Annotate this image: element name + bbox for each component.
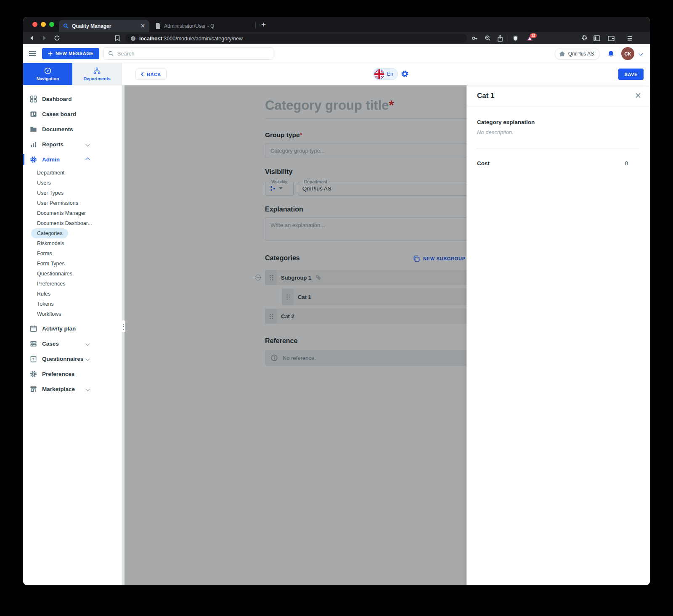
brave-shield-icon[interactable] — [510, 32, 520, 44]
sidebar-item-cases-board[interactable]: Cases board — [23, 106, 122, 122]
calendar-icon — [30, 325, 37, 332]
extension-triangle-icon[interactable]: 12 — [525, 32, 535, 44]
submenu-item-user-permissions[interactable]: User Permissions — [31, 198, 84, 208]
cases-icon — [30, 340, 37, 347]
questionnaire-icon: ? — [30, 355, 37, 362]
cost-label: Cost — [477, 160, 490, 167]
browser-window: Quality Manager ✕ Administrator/User - Q… — [23, 17, 650, 585]
chevron-down-icon — [86, 341, 90, 346]
wallet-icon[interactable] — [606, 32, 616, 44]
sidebar-item-marketplace[interactable]: Marketplace — [23, 381, 122, 397]
site-info-icon[interactable] — [130, 36, 136, 41]
user-avatar[interactable]: CK — [621, 47, 634, 60]
share-icon[interactable] — [495, 32, 505, 44]
global-search[interactable] — [103, 47, 273, 60]
new-tab-button[interactable]: + — [261, 20, 266, 29]
url-host: localhost — [139, 36, 162, 42]
category-description: No description. — [477, 129, 640, 135]
sidebar-item-dashboard[interactable]: Dashboard — [23, 91, 122, 106]
folder-icon — [30, 126, 37, 133]
submenu-item-workflows[interactable]: Workflows — [31, 309, 67, 319]
sidebar-item-documents[interactable]: Documents — [23, 122, 122, 137]
browser-toolbar: localhost:3000/module/admin/category/new… — [23, 32, 650, 44]
new-message-button[interactable]: NEW MESSAGE — [42, 48, 99, 59]
app-header: NEW MESSAGE QmPlus AS CK — [23, 44, 650, 63]
svg-text:?: ? — [32, 357, 34, 361]
category-explanation-label: Category explanation — [477, 119, 640, 125]
password-key-icon[interactable] — [470, 32, 480, 44]
submenu-item-categories[interactable]: Categories — [31, 228, 68, 238]
submenu-item-rules[interactable]: Rules — [31, 289, 56, 299]
browser-menu-icon[interactable] — [625, 32, 635, 44]
sidebar-item-activity-plan[interactable]: Activity plan — [23, 321, 122, 336]
sidebar-panel-icon[interactable] — [592, 32, 602, 44]
home-icon — [559, 51, 565, 57]
sidebar-item-admin[interactable]: Admin — [23, 152, 122, 167]
sidebar-item-reports[interactable]: Reports — [23, 137, 122, 152]
forward-nav-icon[interactable] — [39, 32, 49, 44]
uk-flag-icon — [374, 69, 384, 79]
submenu-item-department[interactable]: Department — [31, 168, 70, 178]
tab-title: Administrator/User - Q — [164, 23, 214, 29]
cost-value: 0 — [625, 160, 628, 167]
browser-tabstrip: Quality Manager ✕ Administrator/User - Q… — [23, 17, 650, 32]
back-button[interactable]: BACK — [135, 69, 167, 80]
main-content-area: Category group title* Group type* Visibi… — [122, 85, 650, 585]
storefront-icon — [30, 386, 37, 393]
settings-gear-icon[interactable] — [401, 70, 409, 79]
document-favicon — [156, 23, 161, 29]
sidebar-tab-navigation[interactable]: Navigation — [23, 63, 72, 85]
chevron-up-icon — [86, 157, 90, 161]
sidebar-item-questionnaires[interactable]: ? Questionnaires — [23, 351, 122, 366]
close-tab-icon[interactable]: ✕ — [140, 23, 145, 29]
notifications-bell-icon[interactable] — [607, 50, 615, 58]
compass-icon — [44, 67, 51, 74]
submenu-item-preferences[interactable]: Preferences — [31, 279, 71, 289]
extensions-puzzle-icon[interactable] — [579, 32, 589, 44]
language-code: En — [387, 71, 393, 77]
maximize-window-button[interactable] — [49, 22, 54, 27]
sidebar-item-cases[interactable]: Cases — [23, 336, 122, 351]
close-panel-icon[interactable] — [635, 92, 641, 99]
reload-icon[interactable] — [52, 32, 62, 44]
minimize-window-button[interactable] — [41, 22, 46, 27]
submenu-item-riskmodels[interactable]: Riskmodels — [31, 238, 70, 249]
tab-separator — [255, 22, 256, 29]
panel-divider — [477, 148, 640, 148]
bar-chart-icon — [30, 141, 37, 148]
app-menu-icon[interactable] — [29, 51, 36, 56]
language-selector[interactable]: En — [373, 68, 398, 80]
sidebar-tab-departments[interactable]: Departments — [72, 63, 122, 85]
back-nav-icon[interactable] — [26, 32, 37, 44]
tab-administrator-user[interactable]: Administrator/User - Q — [151, 20, 254, 32]
chevron-down-icon — [86, 387, 90, 391]
submenu-item-form-types[interactable]: Form Types — [31, 259, 71, 269]
org-chart-icon — [93, 67, 101, 74]
submenu-item-forms[interactable]: Forms — [31, 249, 58, 259]
user-menu-chevron-icon[interactable] — [639, 52, 643, 56]
submenu-item-documents-dashboard[interactable]: Documents Dashboar... — [31, 218, 98, 228]
url-bar[interactable]: localhost:3000/module/admin/category/new — [125, 34, 467, 43]
sidebar-item-preferences[interactable]: Preferences — [23, 366, 122, 381]
close-window-button[interactable] — [32, 22, 37, 27]
tab-quality-manager[interactable]: Quality Manager ✕ — [59, 20, 149, 32]
sidebar-resize-rail — [122, 85, 125, 585]
zoom-out-icon[interactable] — [482, 32, 493, 44]
organization-chip[interactable]: QmPlus AS — [555, 48, 600, 60]
admin-submenu: Department Users User Types User Permiss… — [23, 167, 122, 321]
submenu-item-tokens[interactable]: Tokens — [31, 299, 60, 309]
resize-handle[interactable] — [122, 320, 125, 332]
category-detail-panel: Cat 1 Category explanation No descriptio… — [466, 85, 650, 585]
toolbar-separator — [508, 35, 508, 41]
secondary-bar: Navigation Departments BACK — [23, 63, 650, 85]
search-input[interactable] — [117, 50, 269, 57]
save-button[interactable]: SAVE — [618, 69, 644, 80]
submenu-item-questionnaires[interactable]: Questionnaires — [31, 269, 78, 279]
submenu-item-user-types[interactable]: User Types — [31, 188, 69, 198]
submenu-item-users[interactable]: Users — [31, 178, 57, 188]
submenu-item-documents-manager[interactable]: Documents Manager — [31, 208, 92, 218]
panel-title: Cat 1 — [477, 92, 495, 100]
bookmark-icon[interactable] — [112, 32, 122, 44]
kanban-icon — [30, 111, 37, 118]
extension-badge: 12 — [530, 33, 536, 38]
